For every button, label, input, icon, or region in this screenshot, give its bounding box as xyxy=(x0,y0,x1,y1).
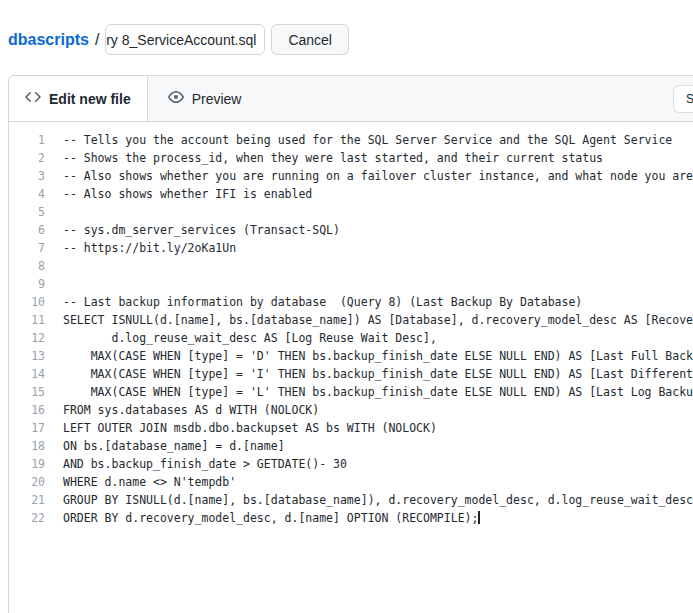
code-line[interactable]: 19AND bs.backup_finish_date > GETDATE()-… xyxy=(9,455,693,473)
line-content: -- Shows the process_id, when they were … xyxy=(45,149,603,167)
cancel-button[interactable]: Cancel xyxy=(271,24,349,55)
line-number: 10 xyxy=(9,293,45,311)
code-line[interactable]: 5 xyxy=(9,203,693,221)
line-content: FROM sys.databases AS d WITH (NOLOCK) xyxy=(45,401,319,419)
indent-mode-value: Spaces xyxy=(686,92,693,106)
filename-input[interactable]: ry 8_ServiceAccount.sql xyxy=(105,24,265,55)
code-line[interactable]: 17LEFT OUTER JOIN msdb.dbo.backupset AS … xyxy=(9,419,693,437)
file-editor-panel: Edit new file Preview Spaces 1-- Tells y… xyxy=(8,75,693,613)
line-content: -- Also shows whether IFI is enabled xyxy=(45,185,312,203)
line-number: 16 xyxy=(9,401,45,419)
code-icon xyxy=(25,89,41,108)
line-content: -- Last backup information by database (… xyxy=(45,293,582,311)
line-number: 3 xyxy=(9,167,45,185)
line-number: 2 xyxy=(9,149,45,167)
line-number: 6 xyxy=(9,221,45,239)
line-content: d.log_reuse_wait_desc AS [Log Reuse Wait… xyxy=(45,329,437,347)
line-number: 18 xyxy=(9,437,45,455)
line-content: AND bs.backup_finish_date > GETDATE()- 3… xyxy=(45,455,347,473)
line-number: 21 xyxy=(9,491,45,509)
filename-input-value: ry 8_ServiceAccount.sql xyxy=(106,32,256,48)
line-content xyxy=(45,257,63,275)
line-number: 11 xyxy=(9,311,45,329)
code-line[interactable]: 21GROUP BY ISNULL(d.[name], bs.[database… xyxy=(9,491,693,509)
tab-edit-new-file[interactable]: Edit new file xyxy=(9,76,148,121)
tab-edit-label: Edit new file xyxy=(49,91,131,107)
line-content: -- Tells you the account being used for … xyxy=(45,131,672,149)
code-line[interactable]: 11SELECT ISNULL(d.[name], bs.[database_n… xyxy=(9,311,693,329)
line-content xyxy=(45,203,63,221)
line-number: 17 xyxy=(9,419,45,437)
line-content: ORDER BY d.recovery_model_desc, d.[name]… xyxy=(45,509,480,527)
code-line[interactable]: 14 MAX(CASE WHEN [type] = 'I' THEN bs.ba… xyxy=(9,365,693,383)
code-line[interactable]: 4-- Also shows whether IFI is enabled xyxy=(9,185,693,203)
line-number: 12 xyxy=(9,329,45,347)
code-line[interactable]: 20WHERE d.name <> N'tempdb' xyxy=(9,473,693,491)
line-number: 13 xyxy=(9,347,45,365)
line-number: 14 xyxy=(9,365,45,383)
line-number: 19 xyxy=(9,455,45,473)
code-line[interactable]: 8 xyxy=(9,257,693,275)
line-number: 4 xyxy=(9,185,45,203)
github-new-file-page: { "breadcrumb": { "repo": "dbascripts", … xyxy=(0,0,693,613)
line-content: MAX(CASE WHEN [type] = 'L' THEN bs.backu… xyxy=(45,383,693,401)
code-line[interactable]: 15 MAX(CASE WHEN [type] = 'L' THEN bs.ba… xyxy=(9,383,693,401)
code-line[interactable]: 12 d.log_reuse_wait_desc AS [Log Reuse W… xyxy=(9,329,693,347)
line-content: MAX(CASE WHEN [type] = 'I' THEN bs.backu… xyxy=(45,365,693,383)
line-content: SELECT ISNULL(d.[name], bs.[database_nam… xyxy=(45,311,693,329)
eye-icon xyxy=(168,89,184,108)
line-content: -- Also shows whether you are running on… xyxy=(45,167,693,185)
code-line[interactable]: 2-- Shows the process_id, when they were… xyxy=(9,149,693,167)
code-line[interactable]: 16FROM sys.databases AS d WITH (NOLOCK) xyxy=(9,401,693,419)
code-editor[interactable]: 1-- Tells you the account being used for… xyxy=(9,122,693,527)
tab-preview[interactable]: Preview xyxy=(148,76,262,121)
line-content: -- https://bit.ly/2oKa1Un xyxy=(45,239,236,257)
line-content: ON bs.[database_name] = d.[name] xyxy=(45,437,285,455)
line-content: WHERE d.name <> N'tempdb' xyxy=(45,473,236,491)
code-line[interactable]: 9 xyxy=(9,275,693,293)
breadcrumb-separator: / xyxy=(95,31,99,49)
indent-mode-select[interactable]: Spaces xyxy=(673,85,693,113)
code-line[interactable]: 7-- https://bit.ly/2oKa1Un xyxy=(9,239,693,257)
code-line[interactable]: 13 MAX(CASE WHEN [type] = 'D' THEN bs.ba… xyxy=(9,347,693,365)
line-number: 5 xyxy=(9,203,45,221)
code-line[interactable]: 18ON bs.[database_name] = d.[name] xyxy=(9,437,693,455)
line-number: 1 xyxy=(9,131,45,149)
line-number: 9 xyxy=(9,275,45,293)
line-number: 20 xyxy=(9,473,45,491)
file-header-row: dbascripts / ry 8_ServiceAccount.sql Can… xyxy=(8,24,349,55)
code-line[interactable]: 22ORDER BY d.recovery_model_desc, d.[nam… xyxy=(9,509,693,527)
line-content: GROUP BY ISNULL(d.[name], bs.[database_n… xyxy=(45,491,693,509)
line-content: MAX(CASE WHEN [type] = 'D' THEN bs.backu… xyxy=(45,347,693,365)
tab-preview-label: Preview xyxy=(192,91,242,107)
line-content: -- sys.dm_server_services (Transact-SQL) xyxy=(45,221,340,239)
text-cursor xyxy=(478,511,480,524)
line-number: 22 xyxy=(9,509,45,527)
line-number: 8 xyxy=(9,257,45,275)
code-line[interactable]: 6-- sys.dm_server_services (Transact-SQL… xyxy=(9,221,693,239)
code-line[interactable]: 10-- Last backup information by database… xyxy=(9,293,693,311)
code-line[interactable]: 1-- Tells you the account being used for… xyxy=(9,131,693,149)
editor-tab-bar: Edit new file Preview Spaces xyxy=(9,76,693,122)
line-content: LEFT OUTER JOIN msdb.dbo.backupset AS bs… xyxy=(45,419,437,437)
line-number: 15 xyxy=(9,383,45,401)
line-content xyxy=(45,275,63,293)
code-line[interactable]: 3-- Also shows whether you are running o… xyxy=(9,167,693,185)
line-number: 7 xyxy=(9,239,45,257)
breadcrumb-repo-link[interactable]: dbascripts xyxy=(8,31,89,49)
